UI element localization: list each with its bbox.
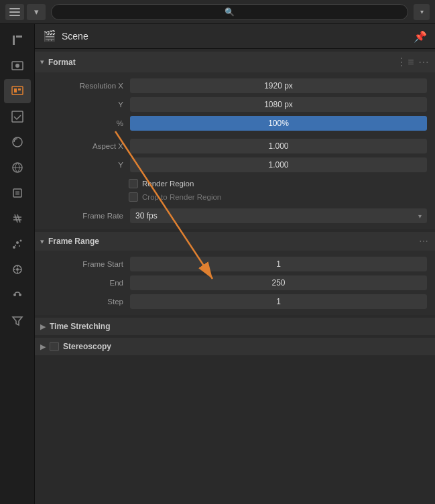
sidebar-item-render[interactable] — [4, 54, 31, 78]
crop-region-checkbox[interactable] — [129, 192, 138, 202]
frame-start-label: Frame Start — [43, 260, 130, 268]
stereoscopy-checkbox[interactable] — [50, 342, 59, 351]
top-bar-left: ▾ — [5, 4, 46, 20]
svg-rect-6 — [14, 88, 17, 92]
pin-icon[interactable]: 📌 — [414, 30, 427, 43]
aspect-y-value[interactable]: 1.000 — [130, 158, 427, 172]
content-area: 🎬 Scene 📌 ▾ Format ⋮≡ ⋯ Resol — [35, 24, 435, 504]
stereoscopy-header[interactable]: ▶ Stereoscopy — [35, 338, 435, 355]
sidebar-item-scene[interactable] — [4, 130, 31, 154]
resolution-pct-label: % — [43, 119, 130, 127]
sidebar-item-view-layer[interactable] — [4, 105, 31, 129]
svg-point-17 — [19, 245, 20, 247]
frame-range-section: ▾ Frame Range ⋯ Frame Start 1 End 250 — [35, 232, 435, 315]
frame-rate-dropdown[interactable]: 30 fps ▾ — [130, 208, 427, 223]
sidebar-item-filter[interactable] — [4, 308, 31, 332]
time-stretching-section: ▶ Time Stretching — [35, 318, 435, 335]
stereoscopy-title: Stereoscopy — [63, 342, 430, 351]
format-section-dots: ⋮≡ ⋯ — [396, 56, 430, 68]
aspect-y-label: Y — [43, 161, 130, 169]
svg-rect-8 — [12, 111, 23, 122]
frame-step-label: Step — [43, 298, 130, 306]
sidebar-item-constraints[interactable] — [4, 283, 31, 307]
format-section: ▾ Format ⋮≡ ⋯ Resolution X 1920 px Y 108… — [35, 52, 435, 229]
resolution-x-row: Resolution X 1920 px — [35, 76, 435, 95]
aspect-y-row: Y 1.000 — [35, 155, 435, 174]
format-props-body: Resolution X 1920 px Y 1080 px % — [35, 72, 435, 229]
resolution-y-value[interactable]: 1080 px — [130, 97, 427, 112]
svg-point-4 — [15, 64, 19, 68]
frame-range-section-title: Frame Range — [48, 237, 419, 246]
svg-rect-12 — [15, 191, 19, 195]
stereoscopy-chevron-icon: ▶ — [40, 342, 46, 351]
panel-title: Scene — [62, 31, 414, 42]
crop-region-label: Crop to Render Region — [142, 193, 221, 201]
menu-button[interactable] — [5, 4, 24, 20]
frame-end-label: End — [43, 279, 130, 287]
sidebar-item-physics[interactable] — [4, 257, 31, 281]
svg-rect-7 — [18, 88, 21, 90]
resolution-y-row: Y 1080 px — [35, 95, 435, 114]
svg-rect-0 — [9, 8, 20, 9]
aspect-x-row: Aspect X 1.000 — [35, 137, 435, 155]
render-region-row: Render Region — [35, 177, 435, 190]
svg-point-14 — [16, 241, 19, 244]
aspect-x-label: Aspect X — [43, 142, 130, 150]
frame-range-chevron-icon: ▾ — [40, 237, 44, 246]
frame-end-row: End 250 — [35, 273, 435, 292]
svg-point-21 — [19, 294, 21, 296]
svg-point-16 — [15, 245, 16, 246]
svg-rect-1 — [9, 11, 20, 13]
frame-step-row: Step 1 — [35, 292, 435, 311]
top-bar: ▾ ▾ — [0, 0, 435, 24]
frame-rate-label: Frame Rate — [43, 212, 130, 220]
resolution-pct-row: % 100% — [35, 114, 435, 133]
aspect-x-value[interactable]: 1.000 — [130, 139, 427, 153]
sidebar-item-output[interactable] — [4, 79, 31, 103]
search-bar[interactable] — [51, 4, 408, 20]
search-input[interactable] — [190, 7, 270, 17]
sidebar — [0, 24, 35, 504]
svg-point-13 — [13, 246, 15, 249]
svg-rect-2 — [9, 15, 20, 16]
resolution-x-label: Resolution X — [43, 82, 130, 90]
time-stretching-chevron-icon: ▶ — [40, 322, 46, 331]
expand-button[interactable]: ▾ — [414, 4, 430, 20]
svg-point-15 — [19, 240, 21, 242]
stereoscopy-section: ▶ Stereoscopy — [35, 338, 435, 355]
frame-rate-row: Frame Rate 30 fps ▾ — [35, 206, 435, 225]
frame-end-value[interactable]: 250 — [130, 275, 427, 290]
sidebar-item-world[interactable] — [4, 155, 31, 180]
format-chevron-icon: ▾ — [40, 58, 44, 66]
frame-range-props-body: Frame Start 1 End 250 Step 1 — [35, 251, 435, 315]
main-layout: 🎬 Scene 📌 ▾ Format ⋮≡ ⋯ Resol — [0, 24, 435, 504]
render-region-label: Render Region — [142, 180, 194, 188]
time-stretching-title: Time Stretching — [50, 322, 430, 331]
svg-rect-5 — [12, 86, 23, 94]
time-stretching-header[interactable]: ▶ Time Stretching — [35, 318, 435, 335]
resolution-y-label: Y — [43, 101, 130, 109]
frame-range-section-dots: ⋯ — [419, 236, 430, 247]
crop-region-row: Crop to Render Region — [35, 190, 435, 204]
sidebar-item-object[interactable] — [4, 181, 31, 205]
sidebar-item-modifier[interactable] — [4, 206, 31, 231]
format-section-header[interactable]: ▾ Format ⋮≡ ⋯ — [35, 52, 435, 72]
sidebar-item-particles[interactable] — [4, 232, 31, 256]
frame-start-value[interactable]: 1 — [130, 257, 427, 271]
panel-header: 🎬 Scene 📌 — [35, 24, 435, 49]
frame-step-value[interactable]: 1 — [130, 294, 427, 309]
svg-point-19 — [16, 268, 19, 271]
frame-rate-chevron-icon: ▾ — [418, 212, 422, 220]
render-region-checkbox[interactable] — [129, 179, 138, 188]
resolution-x-value[interactable]: 1920 px — [130, 78, 427, 93]
sidebar-item-tools[interactable] — [4, 28, 31, 52]
frame-range-section-header[interactable]: ▾ Frame Range ⋯ — [35, 232, 435, 251]
frame-start-row: Frame Start 1 — [35, 255, 435, 273]
resolution-pct-value[interactable]: 100% — [130, 116, 427, 131]
svg-point-20 — [13, 294, 16, 296]
layer-button[interactable]: ▾ — [27, 4, 46, 20]
format-section-title: Format — [48, 58, 396, 67]
panel-icon: 🎬 — [43, 29, 56, 43]
